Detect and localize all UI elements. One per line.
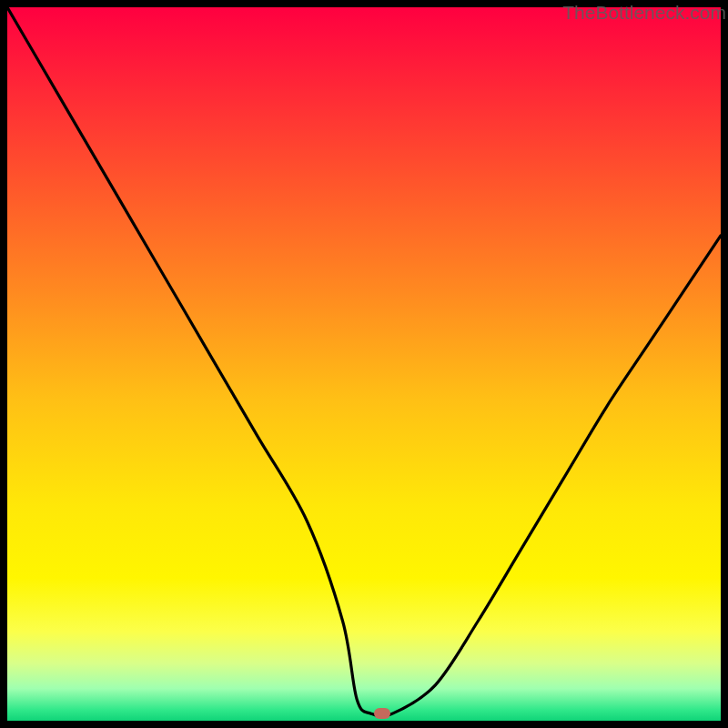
optimal-point-marker (374, 708, 390, 719)
watermark-text: TheBottleneck.com (562, 2, 726, 24)
bottleneck-curve (7, 7, 721, 716)
chart-curve-layer (7, 7, 721, 721)
chart-frame (7, 7, 721, 721)
chart-plot-area (7, 7, 721, 721)
